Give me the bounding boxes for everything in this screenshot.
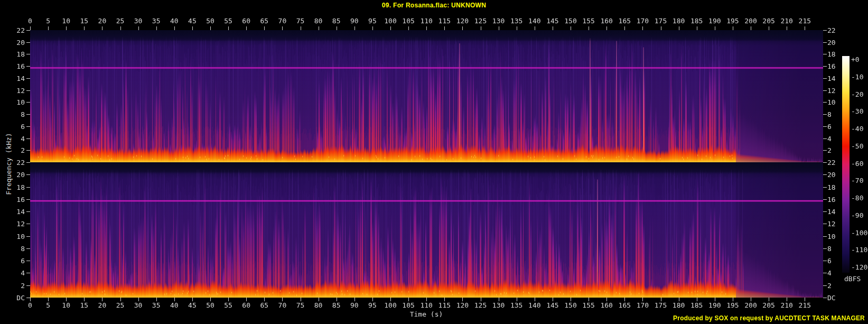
time-tick-mark-top — [174, 26, 175, 30]
db-tick-label: -120 — [851, 264, 867, 271]
time-tick-label-bottom: 205 — [762, 302, 774, 309]
freq-tick-mark-right — [823, 187, 827, 188]
time-tick-label-bottom: 30 — [134, 302, 143, 309]
freq-tick-label-left: 4 — [0, 270, 25, 276]
time-tick-mark-bottom — [499, 298, 499, 301]
time-tick-label-bottom: 160 — [600, 302, 612, 309]
time-tick-label-top: 190 — [708, 17, 721, 24]
time-tick-mark-top — [102, 26, 102, 30]
freq-tick-mark-left — [26, 30, 30, 31]
time-tick-label-top: 130 — [492, 17, 505, 24]
time-tick-label-top: 125 — [474, 17, 487, 24]
freq-tick-label-right: 20 — [827, 39, 836, 45]
time-tick-mark-bottom — [535, 298, 535, 301]
freq-tick-label-left: 2 — [0, 282, 25, 289]
colorbar-unit-label: dBFS — [844, 275, 861, 283]
time-tick-label-top: 180 — [673, 17, 685, 24]
freq-tick-label-right: 8 — [827, 111, 832, 118]
time-tick-mark-bottom — [264, 298, 265, 301]
page-title: 09. For Rosanna.flac: UNKNOWN — [0, 2, 868, 9]
time-tick-label-top: 35 — [152, 17, 161, 24]
time-tick-mark-bottom — [751, 298, 751, 301]
freq-tick-label-right: 16 — [827, 196, 836, 202]
time-tick-mark-top — [661, 26, 661, 30]
freq-tick-mark-left — [26, 150, 30, 151]
time-tick-label-bottom: 190 — [708, 302, 721, 309]
time-tick-mark-bottom — [553, 298, 553, 301]
freq-tick-mark-left — [26, 78, 30, 79]
time-tick-mark-top — [606, 26, 607, 30]
freq-tick-mark-left — [26, 66, 30, 67]
time-tick-label-top: 155 — [582, 17, 594, 24]
time-tick-label-bottom: 65 — [260, 302, 268, 309]
credit-text: Produced by SOX on request by AUCDTECT T… — [673, 314, 865, 322]
freq-tick-label-left: 14 — [0, 75, 25, 81]
time-tick-mark-bottom — [282, 298, 283, 301]
time-tick-label-top: 10 — [62, 17, 70, 24]
db-tick-label: -20 — [851, 90, 863, 97]
time-tick-label-top: 95 — [368, 17, 377, 24]
freq-tick-label-right: 6 — [827, 257, 832, 264]
time-tick-label-bottom: 100 — [384, 302, 396, 309]
freq-tick-label-left: 14 — [0, 208, 25, 215]
time-tick-mark-top — [589, 26, 589, 30]
freq-tick-mark-right — [823, 261, 827, 261]
freq-tick-label-right: 10 — [827, 99, 836, 106]
freq-tick-mark-left — [26, 102, 30, 103]
time-tick-label-bottom: 0 — [28, 302, 32, 309]
time-tick-label-bottom: 75 — [296, 302, 305, 309]
time-tick-label-bottom: 105 — [402, 302, 414, 309]
time-tick-mark-bottom — [408, 298, 409, 301]
freq-tick-mark-right — [823, 236, 827, 237]
time-tick-label-top: 145 — [546, 17, 558, 24]
time-tick-mark-bottom — [444, 298, 445, 301]
freq-tick-label-right: 16 — [827, 63, 836, 70]
time-tick-mark-bottom — [769, 298, 769, 301]
time-tick-label-top: 70 — [278, 17, 287, 24]
time-tick-mark-bottom — [102, 298, 102, 301]
time-tick-mark-top — [805, 26, 805, 30]
freq-tick-mark-right — [823, 66, 827, 67]
time-tick-label-top: 140 — [528, 17, 540, 24]
time-tick-label-top: 80 — [314, 17, 323, 24]
db-tick-label: -70 — [851, 177, 863, 184]
time-tick-label-top: 20 — [98, 17, 107, 24]
freq-tick-label-left: 12 — [0, 87, 25, 94]
time-tick-label-bottom: 5 — [46, 302, 50, 309]
freq-tick-mark-left — [26, 90, 30, 91]
time-tick-label-bottom: 185 — [690, 302, 703, 309]
time-tick-mark-top — [499, 26, 499, 30]
freq-tick-label-left: 22 — [0, 27, 25, 34]
time-tick-label-bottom: 85 — [332, 302, 341, 309]
time-tick-mark-top — [319, 26, 319, 30]
time-tick-mark-bottom — [787, 298, 787, 301]
time-tick-label-bottom: 165 — [619, 302, 631, 309]
db-tick-label: -10 — [851, 73, 863, 80]
time-tick-mark-top — [624, 26, 625, 30]
time-tick-label-top: 85 — [332, 17, 341, 24]
freq-tick-mark-left — [26, 187, 30, 188]
time-tick-mark-bottom — [715, 298, 715, 301]
freq-tick-mark-right — [823, 78, 827, 79]
db-tick-label: -110 — [851, 246, 867, 253]
freq-tick-mark-right — [823, 211, 827, 212]
time-tick-label-bottom: 15 — [80, 302, 88, 309]
freq-tick-label-left: 6 — [0, 257, 25, 264]
time-tick-mark-top — [642, 26, 643, 30]
freq-tick-label-right: 14 — [827, 208, 836, 215]
spectrogram-channel-1 — [30, 30, 823, 162]
freq-tick-mark-left — [26, 162, 30, 163]
freq-tick-label-left: 6 — [0, 123, 25, 129]
time-tick-mark-top — [462, 26, 463, 30]
freq-tick-label-left: 10 — [0, 99, 25, 106]
time-tick-label-bottom: 90 — [350, 302, 359, 309]
freq-tick-mark-left — [26, 285, 30, 286]
time-tick-mark-bottom — [66, 298, 67, 301]
time-tick-mark-top — [84, 26, 85, 30]
spectrogram-channel-2 — [30, 162, 823, 298]
time-tick-mark-bottom — [571, 298, 571, 301]
freq-tick-label-left: 8 — [0, 111, 25, 118]
time-tick-label-top: 120 — [456, 17, 469, 24]
time-tick-mark-top — [264, 26, 265, 30]
time-tick-mark-top — [246, 26, 247, 30]
